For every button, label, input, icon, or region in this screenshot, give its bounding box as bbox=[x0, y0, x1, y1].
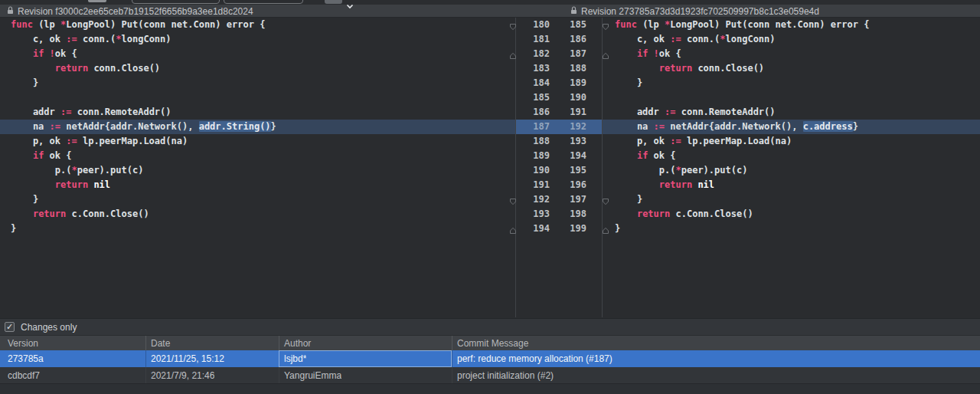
column-separator bbox=[279, 367, 279, 383]
code-line[interactable]: return nil bbox=[0, 178, 515, 192]
code-line[interactable] bbox=[0, 90, 515, 105]
code-token: if bbox=[33, 150, 44, 161]
lock-icon bbox=[570, 6, 577, 17]
code-token: := bbox=[670, 136, 681, 146]
code-line[interactable]: addr := conn.RemoteAddr() bbox=[0, 105, 515, 120]
column-header-author[interactable]: Author bbox=[284, 336, 311, 351]
code-token bbox=[11, 48, 33, 59]
fold-end-icon[interactable] bbox=[509, 50, 517, 57]
code-token bbox=[11, 179, 55, 190]
toolbar-button-fragment[interactable] bbox=[325, 0, 342, 4]
line-number-old: 187 bbox=[518, 120, 550, 134]
code-line[interactable]: if !ok { bbox=[603, 47, 980, 61]
line-number-old: 184 bbox=[518, 76, 550, 90]
code-line[interactable]: c, ok := conn.(*longConn) bbox=[0, 32, 515, 47]
code-token bbox=[615, 63, 659, 74]
cell-date: 2021/7/9, 21:46 bbox=[151, 367, 214, 383]
table-row[interactable]: 273785a2021/11/25, 15:12lsjbd*perf: redu… bbox=[0, 350, 980, 367]
lock-icon bbox=[7, 6, 14, 17]
cell-date: 2021/11/25, 15:12 bbox=[151, 350, 224, 367]
code-token: * bbox=[675, 165, 681, 176]
code-line[interactable]: return conn.Close() bbox=[603, 61, 980, 76]
code-line[interactable]: } bbox=[0, 76, 515, 90]
column-header-commit-message[interactable]: Commit Message bbox=[457, 336, 528, 351]
code-token: * bbox=[116, 34, 121, 44]
chevron-down-icon[interactable] bbox=[346, 0, 354, 12]
code-line[interactable]: p.(*peer).put(c) bbox=[603, 163, 980, 178]
column-header-version[interactable]: Version bbox=[8, 336, 38, 351]
code-line[interactable]: if ok { bbox=[603, 149, 980, 163]
code-token: c, ok bbox=[615, 34, 670, 44]
code-line[interactable]: c, ok := conn.(*longConn) bbox=[603, 32, 980, 47]
code-line[interactable]: if ok { bbox=[0, 149, 515, 163]
code-line[interactable]: } bbox=[603, 76, 980, 90]
gutter-row: 186191 bbox=[516, 105, 602, 120]
code-line[interactable]: addr := conn.RemoteAddr() bbox=[603, 105, 980, 120]
diff-editor: func (lp *LongPool) Put(conn net.Conn) e… bbox=[0, 18, 980, 317]
code-token: netAddr{addr.Network(), bbox=[665, 121, 803, 132]
cell-message: project initialization (#2) bbox=[457, 367, 554, 383]
code-token: longConn) bbox=[726, 34, 776, 44]
code-token: c.Conn.Close() bbox=[670, 208, 753, 219]
code-line[interactable]: p.(*peer).put(c) bbox=[0, 163, 515, 178]
code-token: return bbox=[55, 179, 88, 190]
column-header-date[interactable]: Date bbox=[151, 336, 170, 351]
column-separator[interactable] bbox=[452, 336, 452, 351]
code-token: if bbox=[637, 48, 648, 59]
toolbar-control-fragment[interactable] bbox=[88, 0, 106, 2]
code-token: lp.peerMap.Load(na) bbox=[77, 136, 188, 146]
gutter-row: 187192 bbox=[516, 120, 602, 134]
code-token: ! bbox=[654, 48, 659, 59]
code-token: := bbox=[66, 34, 77, 44]
code-line[interactable]: return c.Conn.Close() bbox=[0, 207, 515, 222]
code-token bbox=[11, 208, 33, 219]
gutter-row: 192197 bbox=[516, 192, 602, 207]
diff-dialog: Revision f3000c2ee65ceb7b19152f6656b9a3e… bbox=[0, 0, 980, 394]
code-line[interactable]: na := netAddr{addr.Network(), c.address} bbox=[603, 120, 980, 134]
code-token: p, ok bbox=[615, 136, 670, 146]
column-separator[interactable] bbox=[145, 336, 146, 351]
cell-author: YangruiEmma bbox=[284, 367, 341, 383]
code-token: conn.( bbox=[77, 34, 116, 44]
code-line[interactable]: } bbox=[0, 222, 515, 236]
left-code-pane[interactable]: func (lp *LongPool) Put(conn net.Conn) e… bbox=[0, 18, 515, 236]
code-token: conn.RemoteAddr() bbox=[71, 107, 171, 117]
code-line[interactable]: } bbox=[603, 222, 980, 236]
column-separator[interactable] bbox=[279, 336, 279, 351]
code-line[interactable]: na := netAddr{addr.Network(), addr.Strin… bbox=[0, 120, 515, 134]
code-token: if bbox=[637, 150, 648, 161]
code-line[interactable]: p, ok := lp.peerMap.Load(na) bbox=[0, 134, 515, 149]
line-number-new: 190 bbox=[554, 90, 586, 105]
code-token: := bbox=[50, 121, 60, 132]
code-line[interactable]: if !ok { bbox=[0, 47, 515, 61]
code-line[interactable]: } bbox=[0, 192, 515, 207]
code-line[interactable]: func (lp *LongPool) Put(conn net.Conn) e… bbox=[603, 18, 980, 32]
code-line[interactable]: } bbox=[603, 192, 980, 207]
table-row[interactable]: cdbcdf72021/7/9, 21:46YangruiEmmaproject… bbox=[0, 367, 980, 383]
code-token: addr bbox=[11, 107, 60, 117]
code-token: } bbox=[11, 223, 16, 234]
code-token: na bbox=[615, 121, 654, 132]
code-line[interactable]: return nil bbox=[603, 178, 980, 192]
changes-only-checkbox[interactable]: ✓ bbox=[5, 322, 15, 332]
code-line[interactable]: return c.Conn.Close() bbox=[603, 207, 980, 222]
code-token: func bbox=[11, 19, 33, 30]
code-token: peer).put(c) bbox=[77, 165, 144, 176]
line-number-new: 198 bbox=[554, 207, 586, 222]
code-token: na bbox=[11, 121, 50, 132]
toolbar-field-fragment[interactable] bbox=[224, 0, 303, 4]
left-revision-title: Revision f3000c2ee65ceb7b19152f6656b9a3e… bbox=[7, 5, 253, 18]
fold-end-icon[interactable] bbox=[509, 225, 517, 232]
right-code-pane[interactable]: func (lp *LongPool) Put(conn net.Conn) e… bbox=[603, 18, 980, 236]
line-number-new: 197 bbox=[554, 192, 586, 207]
fold-start-icon[interactable] bbox=[509, 195, 517, 203]
fold-start-icon[interactable] bbox=[509, 21, 517, 28]
code-token: ok { bbox=[55, 48, 77, 59]
toolbar-field-fragment[interactable] bbox=[132, 0, 220, 4]
code-line[interactable]: p, ok := lp.peerMap.Load(na) bbox=[603, 134, 980, 149]
code-line[interactable]: return conn.Close() bbox=[0, 61, 515, 76]
code-line[interactable] bbox=[603, 90, 980, 105]
code-token: c, ok bbox=[11, 34, 66, 44]
line-number-new: 199 bbox=[554, 222, 586, 236]
code-line[interactable]: func (lp *LongPool) Put(conn net.Conn) e… bbox=[0, 18, 515, 32]
